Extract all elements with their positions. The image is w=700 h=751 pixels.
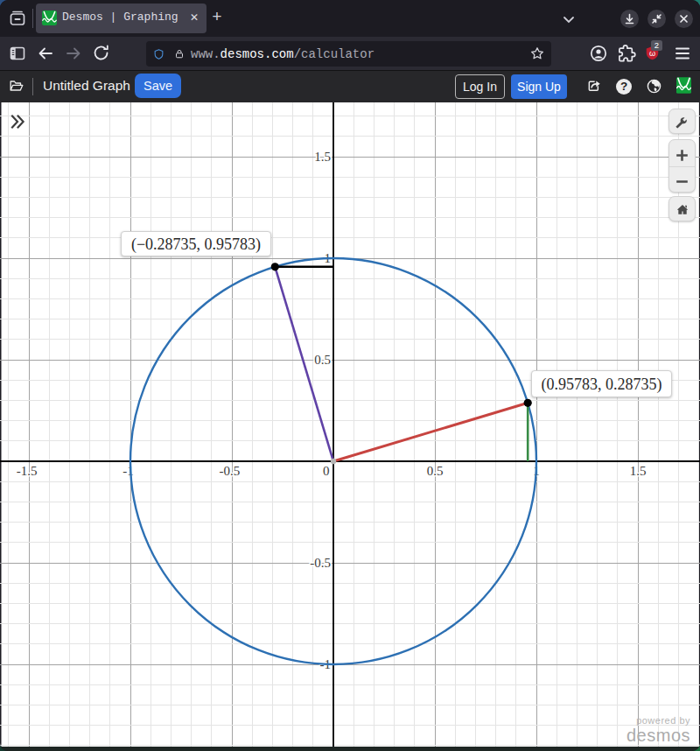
svg-text:-1.5: -1.5 [17,464,38,478]
svg-text:0.5: 0.5 [427,464,444,478]
svg-text:1.5: 1.5 [314,150,331,164]
svg-text:-0.5: -0.5 [310,556,331,570]
svg-text:0: 0 [323,464,330,478]
svg-text:-0.5: -0.5 [220,464,241,478]
svg-text:0.5: 0.5 [314,353,331,367]
svg-text:1.5: 1.5 [630,464,647,478]
